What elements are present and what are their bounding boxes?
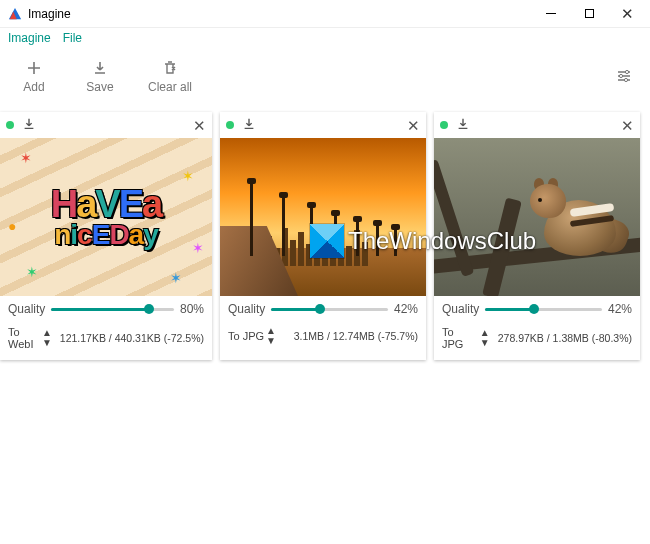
status-dot-icon [6,121,14,129]
size-info: 121.17KB / 440.31KB (-72.5%) [60,332,204,344]
card-close-button[interactable]: ✕ [621,118,634,133]
quality-label: Quality [442,302,479,316]
format-label: To JPG [228,330,264,342]
toolbar: Add Save Clear all [0,48,650,104]
quality-slider[interactable] [51,302,174,316]
quality-value: 42% [608,302,632,316]
clear-all-label: Clear all [148,80,192,94]
quality-label: Quality [8,302,45,316]
image-thumbnail[interactable]: ✶ ✶ ✶ ✶ ● ✶ HaVEa nicEDay [0,138,212,296]
add-label: Add [23,80,44,94]
image-thumbnail[interactable] [434,138,640,296]
status-dot-icon [226,121,234,129]
image-card: ✕ ✶ ✶ ✶ ✶ ● ✶ HaVEa nicEDay Qua [0,112,212,360]
window-minimize-button[interactable] [532,0,570,28]
svg-point-4 [624,78,627,81]
size-info: 278.97KB / 1.38MB (-80.3%) [498,332,632,344]
card-download-button[interactable] [456,117,470,134]
menubar: Imagine File [0,28,650,48]
format-select[interactable]: To JPG ▲▼ [228,326,276,346]
titlebar: Imagine ✕ [0,0,650,28]
format-label: To JPG [442,326,478,350]
menu-file[interactable]: File [63,31,82,45]
status-dot-icon [440,121,448,129]
sort-icon: ▲▼ [42,328,52,348]
quality-value: 80% [180,302,204,316]
settings-button[interactable] [614,66,634,86]
format-label: To WebI [8,326,40,350]
menu-imagine[interactable]: Imagine [8,31,51,45]
sort-icon: ▲▼ [480,328,490,348]
add-button[interactable]: Add [16,58,52,94]
card-close-button[interactable]: ✕ [193,118,206,133]
image-card: ✕ Quality 42% [434,112,640,360]
svg-point-3 [619,74,622,77]
card-close-button[interactable]: ✕ [407,118,420,133]
sliders-icon [614,66,634,86]
format-select[interactable]: To WebI ▲▼ [8,326,52,350]
window-maximize-button[interactable] [570,0,608,28]
app-title: Imagine [28,7,71,21]
quality-slider[interactable] [485,302,602,316]
window-close-button[interactable]: ✕ [608,0,646,28]
quality-value: 42% [394,302,418,316]
size-info: 3.1MB / 12.74MB (-75.7%) [294,330,418,342]
app-logo-icon [8,7,22,21]
quality-slider[interactable] [271,302,388,316]
image-card: ✕ Quality [220,112,426,360]
card-download-button[interactable] [242,117,256,134]
format-select[interactable]: To JPG ▲▼ [442,326,490,350]
image-thumbnail[interactable] [220,138,426,296]
cards-row: ✕ ✶ ✶ ✶ ✶ ● ✶ HaVEa nicEDay Qua [0,104,650,360]
svg-point-2 [625,70,628,73]
clear-all-button[interactable]: Clear all [148,58,192,94]
clear-icon [160,58,180,78]
save-label: Save [86,80,113,94]
download-icon [90,58,110,78]
quality-label: Quality [228,302,265,316]
save-button[interactable]: Save [82,58,118,94]
sort-icon: ▲▼ [266,326,276,346]
card-download-button[interactable] [22,117,36,134]
plus-icon [24,58,44,78]
